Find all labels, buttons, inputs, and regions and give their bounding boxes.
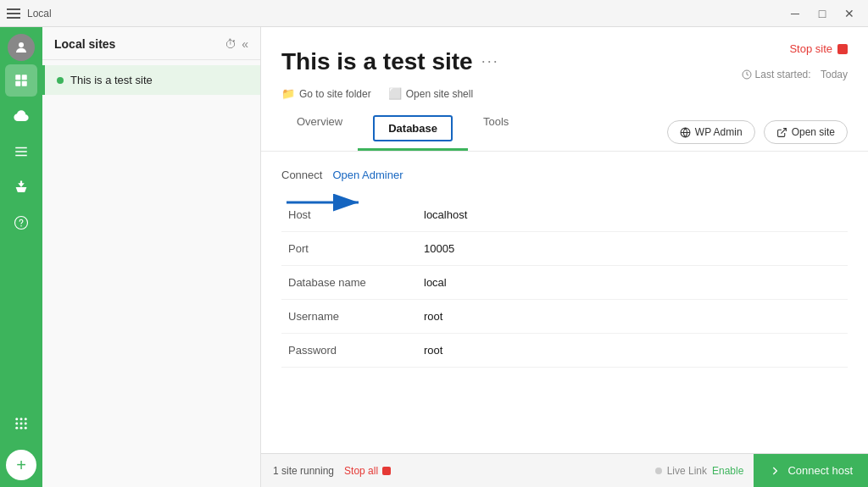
svg-line-21 — [781, 128, 786, 133]
table-row: Host localhost — [281, 198, 848, 232]
window-controls: ─ □ ✕ — [783, 2, 861, 25]
field-value-dbname: local — [417, 266, 848, 300]
sidebar-item-list[interactable] — [5, 136, 37, 168]
database-table: Host localhost Port 10005 Database name … — [281, 198, 848, 368]
svg-point-15 — [25, 423, 27, 425]
site-actions: WP Admin Open site — [667, 120, 848, 144]
sidebar-item-cloud[interactable] — [5, 100, 37, 132]
stop-site-button[interactable]: Stop site — [789, 42, 848, 55]
svg-rect-1 — [15, 75, 20, 80]
sidebar-item-plugins[interactable] — [5, 171, 37, 203]
maximize-button[interactable]: □ — [810, 2, 834, 25]
open-site-label: Open site — [792, 126, 835, 138]
sidebar-item-grid[interactable] — [5, 407, 37, 440]
history-icon[interactable]: ⏱ — [225, 37, 236, 51]
tab-tools[interactable]: Tools — [468, 108, 524, 151]
goto-folder-link[interactable]: 📁 Go to site folder — [281, 87, 371, 100]
database-section: Connect Open Adminer Host localhost Port… — [281, 169, 848, 368]
title-bar-left: Local — [7, 8, 52, 19]
svg-point-12 — [25, 418, 27, 420]
field-value-username: root — [417, 300, 848, 334]
svg-rect-3 — [15, 81, 20, 86]
svg-point-16 — [15, 427, 18, 429]
running-count-label: 1 site running — [273, 465, 334, 477]
header-right: Stop site Last started: Today — [742, 42, 848, 80]
open-shell-label: Open site shell — [406, 88, 473, 100]
tab-database-label: Database — [388, 122, 437, 135]
site-status-dot — [57, 77, 64, 84]
wp-admin-button[interactable]: WP Admin — [667, 120, 755, 144]
main-content: This is a test site ··· Stop site Last s… — [261, 27, 868, 487]
field-value-host: localhost — [417, 198, 848, 232]
svg-point-9 — [20, 225, 22, 227]
site-meta: 📁 Go to site folder ⬜ Open site shell — [281, 87, 848, 100]
goto-folder-label: Go to site folder — [299, 88, 371, 100]
svg-point-17 — [20, 427, 23, 429]
menu-icon[interactable] — [7, 8, 20, 19]
field-label-username: Username — [281, 300, 417, 334]
field-label-dbname: Database name — [281, 266, 417, 300]
open-shell-link[interactable]: ⬜ Open site shell — [388, 87, 473, 100]
wp-admin-label: WP Admin — [695, 126, 743, 138]
minimize-button[interactable]: ─ — [783, 2, 807, 25]
svg-rect-6 — [15, 151, 27, 152]
svg-rect-7 — [15, 155, 27, 157]
enable-link[interactable]: Enable — [712, 465, 743, 477]
connect-host-button[interactable]: Connect host — [754, 454, 868, 488]
field-value-password: root — [417, 334, 848, 368]
title-bar: Local ─ □ ✕ — [0, 0, 868, 27]
app-body: + Local sites ⏱ « This is a test site Th… — [0, 27, 868, 487]
svg-point-13 — [15, 423, 18, 425]
stop-all-button[interactable]: Stop all — [344, 465, 391, 477]
more-options-button[interactable]: ··· — [481, 53, 499, 70]
tab-overview[interactable]: Overview — [281, 108, 358, 151]
tab-database-box: Database — [373, 115, 453, 141]
field-label-password: Password — [281, 334, 417, 368]
live-link-area: Live Link Enable — [655, 465, 744, 477]
tab-database[interactable]: Database — [358, 108, 468, 151]
live-link-dot — [655, 468, 662, 474]
tab-overview-label: Overview — [297, 115, 342, 128]
field-value-port: 10005 — [417, 232, 848, 266]
svg-point-14 — [20, 423, 23, 425]
close-button[interactable]: ✕ — [837, 2, 861, 25]
svg-point-0 — [19, 42, 24, 47]
site-title: This is a test site — [281, 48, 473, 75]
icon-sidebar: + — [0, 27, 42, 487]
site-item-name: This is a test site — [70, 74, 153, 86]
open-site-button[interactable]: Open site — [764, 120, 848, 144]
app-title: Local — [27, 8, 52, 19]
svg-point-18 — [25, 427, 27, 429]
stop-dot — [837, 44, 848, 54]
site-header-top: This is a test site ··· Stop site Last s… — [281, 42, 848, 80]
stop-all-label: Stop all — [344, 465, 378, 477]
sidebar-item-sites[interactable] — [5, 64, 37, 97]
sites-panel-actions: ⏱ « — [225, 37, 248, 51]
svg-rect-5 — [15, 147, 27, 149]
status-bar: 1 site running Stop all Live Link Enable… — [261, 453, 868, 487]
connect-host-label: Connect host — [787, 464, 853, 477]
last-started-value: Today — [821, 69, 848, 80]
table-row: Database name local — [281, 266, 848, 300]
sites-panel-title: Local sites — [54, 37, 115, 51]
connect-label: Connect — [281, 169, 322, 181]
collapse-icon[interactable]: « — [242, 37, 248, 51]
add-site-button[interactable]: + — [6, 450, 36, 480]
stop-site-label: Stop site — [789, 42, 832, 55]
table-row: Password root — [281, 334, 848, 368]
stop-all-dot — [382, 467, 391, 475]
live-link-label: Live Link — [667, 465, 707, 477]
sidebar-item-help[interactable] — [5, 207, 37, 239]
table-row: Port 10005 — [281, 232, 848, 266]
terminal-icon: ⬜ — [388, 87, 402, 100]
svg-point-11 — [20, 418, 23, 420]
last-started: Last started: Today — [742, 69, 848, 80]
svg-point-10 — [15, 418, 18, 420]
site-list-item[interactable]: This is a test site — [42, 65, 260, 95]
user-avatar[interactable] — [8, 34, 35, 61]
field-label-host: Host — [281, 198, 417, 232]
open-adminer-link[interactable]: Open Adminer — [332, 169, 403, 181]
last-started-label: Last started: — [755, 69, 811, 80]
field-label-port: Port — [281, 232, 417, 266]
sites-panel: Local sites ⏱ « This is a test site — [42, 27, 261, 487]
